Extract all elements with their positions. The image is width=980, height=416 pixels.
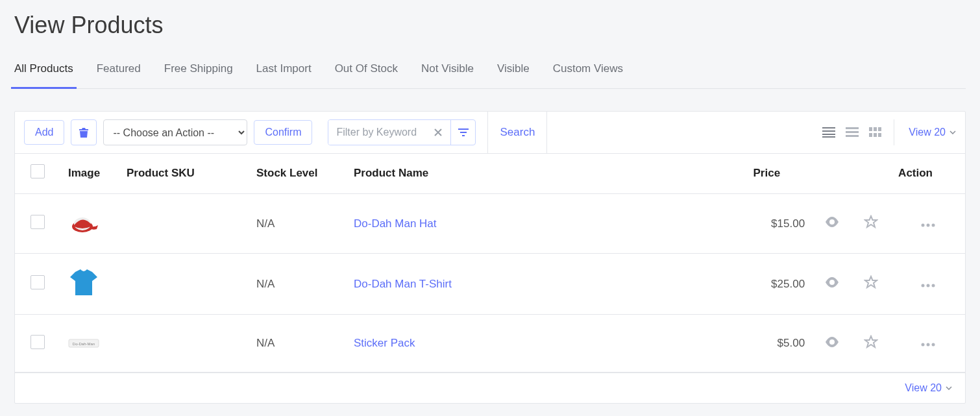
filter-icon xyxy=(458,128,469,137)
column-header-stock: Stock Level xyxy=(249,154,346,194)
visibility-toggle[interactable] xyxy=(825,337,839,347)
svg-rect-4 xyxy=(846,127,859,129)
tab-visible[interactable]: Visible xyxy=(497,55,530,88)
row-checkbox[interactable] xyxy=(31,215,45,229)
cell-price: $25.00 xyxy=(735,254,813,315)
view-count-label: View 20 xyxy=(909,127,946,138)
column-header-name: Product Name xyxy=(346,154,735,194)
svg-rect-11 xyxy=(874,133,877,137)
tab-custom-views[interactable]: Custom Views xyxy=(553,55,623,88)
chevron-down-icon xyxy=(946,386,952,390)
search-link[interactable]: Search xyxy=(500,126,535,139)
visibility-toggle[interactable] xyxy=(825,217,839,227)
cell-price: $5.00 xyxy=(735,315,813,373)
close-icon xyxy=(434,128,442,136)
row-checkbox[interactable] xyxy=(31,275,45,289)
cell-sku xyxy=(119,254,249,315)
table-row: N/ADo-Dah Man T-Shirt$25.00 xyxy=(15,254,965,315)
column-header-price: Price xyxy=(735,154,813,194)
table-row: N/ADo-Dah Man Hat$15.00 xyxy=(15,194,965,254)
row-actions-menu[interactable] xyxy=(920,223,936,227)
filter-options-button[interactable] xyxy=(450,120,475,145)
chevron-down-icon xyxy=(949,130,956,134)
filter-group xyxy=(328,119,476,145)
product-name-link[interactable]: Do-Dah Man T-Shirt xyxy=(354,278,452,290)
delete-button[interactable] xyxy=(71,119,97,145)
cell-stock: N/A xyxy=(249,315,346,373)
svg-text:Do-Dah-Man: Do-Dah-Man xyxy=(73,342,95,346)
column-header-action: Action xyxy=(890,154,965,194)
svg-rect-9 xyxy=(878,127,881,131)
svg-point-25 xyxy=(931,343,935,347)
svg-rect-0 xyxy=(822,127,835,128)
action-select[interactable]: -- Choose an Action -- xyxy=(103,119,247,145)
column-header-image: Image xyxy=(60,154,119,194)
favorite-toggle[interactable] xyxy=(864,215,878,229)
view-count-dropdown-footer[interactable]: View 20 xyxy=(905,382,952,394)
svg-point-20 xyxy=(931,284,935,287)
view-list-button[interactable] xyxy=(846,127,859,138)
divider xyxy=(546,112,547,153)
cell-stock: N/A xyxy=(249,254,346,315)
product-thumbnail: Do-Dah-Man xyxy=(68,330,99,356)
star-icon xyxy=(864,335,878,349)
product-name-link[interactable]: Do-Dah Man Hat xyxy=(354,217,437,230)
svg-point-18 xyxy=(921,284,924,287)
cell-sku xyxy=(119,194,249,254)
add-button[interactable]: Add xyxy=(24,120,64,145)
list-dense-icon xyxy=(822,127,835,138)
more-icon xyxy=(920,284,936,288)
view-mode-switcher xyxy=(822,119,894,145)
filter-input[interactable] xyxy=(328,120,426,145)
column-header-sku: Product SKU xyxy=(119,154,249,194)
divider xyxy=(487,112,488,153)
eye-icon xyxy=(825,217,839,227)
svg-rect-1 xyxy=(822,130,835,132)
svg-rect-12 xyxy=(878,133,881,137)
view-list-dense-button[interactable] xyxy=(822,127,835,138)
select-all-checkbox[interactable] xyxy=(31,164,45,178)
favorite-toggle[interactable] xyxy=(864,335,878,349)
grid-icon xyxy=(869,127,882,138)
svg-point-15 xyxy=(921,223,924,226)
eye-icon xyxy=(825,337,839,347)
row-checkbox[interactable] xyxy=(31,335,45,349)
trash-icon xyxy=(79,127,89,138)
tab-out-of-stock[interactable]: Out Of Stock xyxy=(335,55,398,88)
row-actions-menu[interactable] xyxy=(920,343,936,347)
svg-rect-2 xyxy=(822,134,835,135)
visibility-toggle[interactable] xyxy=(825,277,839,288)
tabs: All ProductsFeaturedFree ShippingLast Im… xyxy=(14,55,966,89)
more-icon xyxy=(920,343,936,347)
cell-price: $15.00 xyxy=(735,194,813,254)
svg-rect-7 xyxy=(869,127,872,131)
svg-point-19 xyxy=(926,284,929,287)
tab-free-shipping[interactable]: Free Shipping xyxy=(164,55,233,88)
page-title: View Products xyxy=(14,12,966,39)
products-table: Image Product SKU Stock Level Product Na… xyxy=(15,154,965,373)
tab-featured[interactable]: Featured xyxy=(97,55,141,88)
filter-clear-button[interactable] xyxy=(426,120,450,145)
view-count-label: View 20 xyxy=(905,382,942,394)
more-icon xyxy=(920,223,936,227)
product-thumbnail xyxy=(68,269,99,295)
list-icon xyxy=(846,127,859,138)
product-thumbnail xyxy=(68,210,99,236)
product-name-link[interactable]: Sticker Pack xyxy=(354,337,415,349)
star-icon xyxy=(864,275,878,289)
products-panel: Add -- Choose an Action -- Confirm xyxy=(14,111,966,404)
view-count-dropdown[interactable]: View 20 xyxy=(909,127,956,138)
table-row: Do-Dah-ManN/ASticker Pack$5.00 xyxy=(15,315,965,373)
tab-last-import[interactable]: Last Import xyxy=(256,55,312,88)
svg-rect-8 xyxy=(874,127,877,131)
toolbar: Add -- Choose an Action -- Confirm xyxy=(15,112,965,154)
svg-rect-6 xyxy=(846,135,859,137)
cell-stock: N/A xyxy=(249,194,346,254)
confirm-button[interactable]: Confirm xyxy=(254,120,312,145)
row-actions-menu[interactable] xyxy=(920,284,936,288)
tab-all-products[interactable]: All Products xyxy=(14,55,73,88)
favorite-toggle[interactable] xyxy=(864,275,878,289)
tab-not-visible[interactable]: Not Visible xyxy=(421,55,474,88)
view-grid-button[interactable] xyxy=(869,127,882,138)
cell-sku xyxy=(119,315,249,373)
